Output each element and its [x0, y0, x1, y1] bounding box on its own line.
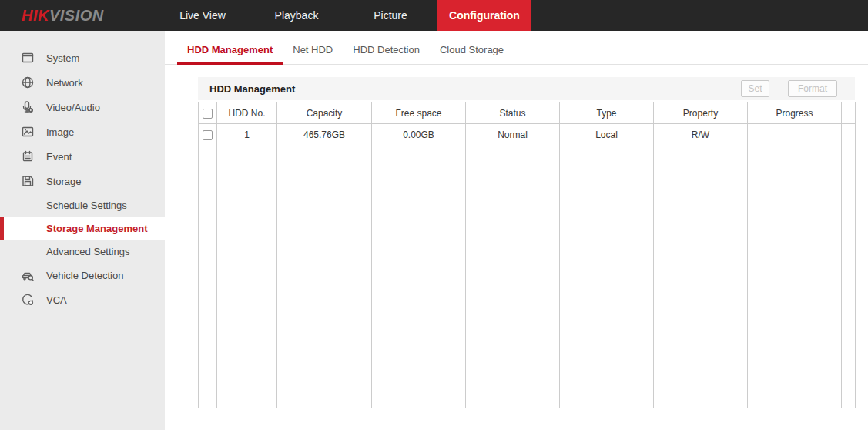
vca-icon — [21, 293, 35, 307]
storage-icon — [21, 174, 35, 188]
tab-net-hdd[interactable]: Net HDD — [283, 37, 343, 65]
sidebar-item-label: Advanced Settings — [46, 246, 129, 257]
cell-property: R/W — [654, 124, 748, 146]
nav-configuration[interactable]: Configuration — [437, 0, 531, 31]
sidebar-item-label: Network — [46, 77, 83, 89]
cell-progress — [748, 124, 842, 146]
col-header-capacity: Capacity — [277, 102, 372, 124]
logo-part-red: HIK — [22, 7, 49, 24]
select-all-checkbox[interactable] — [203, 109, 213, 119]
sidebar-item-label: System — [46, 52, 79, 64]
cell-status: Normal — [466, 124, 560, 146]
sidebar-item-advanced-settings[interactable]: Advanced Settings — [0, 240, 165, 263]
tab-hdd-detection[interactable]: HDD Detection — [343, 37, 430, 65]
select-all-cell — [199, 102, 217, 124]
logo-part-gray: VISION — [49, 7, 104, 24]
hdd-table: HDD No. Capacity Free space Status Type … — [198, 102, 856, 408]
format-button[interactable]: Format — [788, 80, 837, 97]
nav-live-view[interactable]: Live View — [156, 0, 250, 31]
sidebar-item-label: Schedule Settings — [46, 200, 127, 211]
table-header-row: HDD No. Capacity Free space Status Type … — [199, 102, 856, 124]
sidebar-item-label: Storage Management — [46, 223, 147, 234]
cell-hdd-no: 1 — [217, 124, 277, 146]
hdd-management-panel: HDD Management Set Format HDD No. Capaci… — [198, 77, 855, 408]
table-row: 1 465.76GB 0.00GB Normal Local R/W — [199, 124, 856, 146]
table-empty-area — [199, 146, 856, 408]
sidebar-item-network[interactable]: Network — [0, 70, 165, 95]
col-header-type: Type — [560, 102, 654, 124]
main-content: HDD Management Net HDD HDD Detection Clo… — [165, 31, 868, 430]
system-icon — [21, 51, 35, 65]
sidebar-item-vca[interactable]: VCA — [0, 287, 165, 312]
sidebar-item-label: Event — [46, 151, 72, 163]
col-header-hdd-no: HDD No. — [217, 102, 277, 124]
cell-free-space: 0.00GB — [372, 124, 466, 146]
panel-header: HDD Management Set Format — [198, 77, 855, 100]
sidebar-item-video-audio[interactable]: Video/Audio — [0, 95, 165, 119]
row-checkbox[interactable] — [203, 130, 213, 140]
sidebar-item-system[interactable]: System — [0, 45, 165, 70]
col-header-free-space: Free space — [372, 102, 466, 124]
sidebar-item-image[interactable]: Image — [0, 119, 165, 144]
nav-playback[interactable]: Playback — [250, 0, 344, 31]
sidebar-item-event[interactable]: Event — [0, 144, 165, 169]
row-select-cell — [199, 124, 217, 146]
set-button[interactable]: Set — [741, 80, 769, 97]
tab-cloud-storage[interactable]: Cloud Storage — [430, 37, 514, 65]
top-nav: Live View Playback Picture Configuration — [156, 0, 531, 31]
sidebar-item-label: Vehicle Detection — [46, 270, 123, 281]
vehicle-detection-icon — [21, 268, 35, 282]
sidebar: System Network Video/Audio Image Event S… — [0, 31, 165, 430]
top-bar: HIKVISION Live View Playback Picture Con… — [0, 0, 868, 31]
cell-capacity: 465.76GB — [277, 124, 372, 146]
col-header-property: Property — [654, 102, 748, 124]
col-header-status: Status — [466, 102, 560, 124]
hikvision-logo: HIKVISION — [22, 0, 104, 31]
sidebar-item-storage-management[interactable]: Storage Management — [0, 217, 165, 240]
sidebar-item-label: Video/Audio — [46, 102, 100, 113]
col-header-progress: Progress — [748, 102, 842, 124]
tab-hdd-management[interactable]: HDD Management — [177, 37, 283, 65]
col-header-spacer — [842, 102, 856, 124]
image-icon — [21, 125, 35, 139]
cell-type: Local — [560, 124, 654, 146]
sidebar-item-label: Image — [46, 126, 74, 138]
sidebar-item-label: VCA — [46, 294, 67, 306]
panel-title: HDD Management — [209, 83, 741, 95]
sidebar-item-label: Storage — [46, 176, 82, 187]
nav-picture[interactable]: Picture — [344, 0, 437, 31]
network-icon — [21, 76, 35, 89]
tab-bar: HDD Management Net HDD HDD Detection Clo… — [165, 37, 868, 65]
sidebar-item-vehicle-detection[interactable]: Vehicle Detection — [0, 263, 165, 287]
event-icon — [21, 149, 35, 163]
sidebar-item-storage[interactable]: Storage — [0, 169, 165, 193]
sidebar-item-schedule-settings[interactable]: Schedule Settings — [0, 193, 165, 217]
video-audio-icon — [21, 100, 35, 114]
cell-spacer — [842, 124, 856, 146]
